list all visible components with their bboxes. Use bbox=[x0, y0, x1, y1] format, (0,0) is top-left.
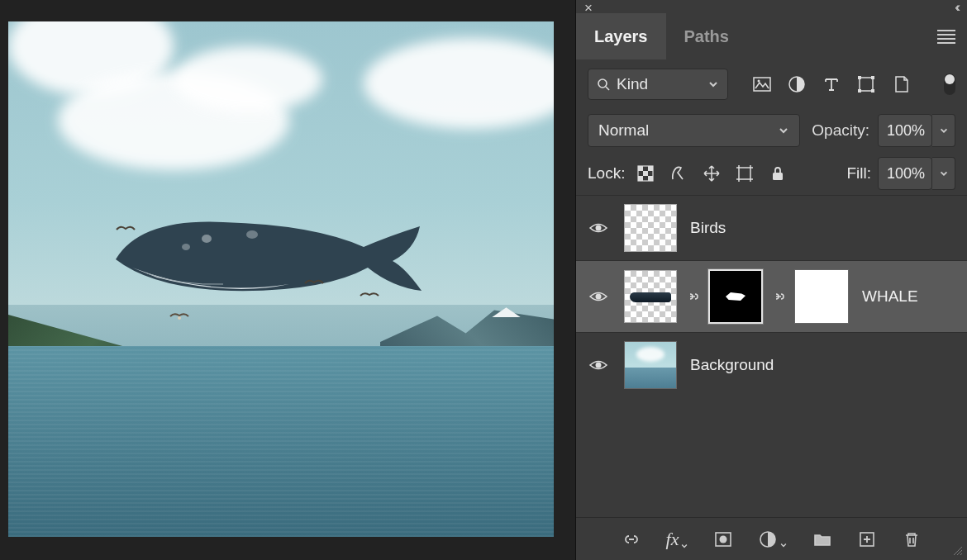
svg-point-2 bbox=[182, 244, 190, 250]
opacity-value-input[interactable]: 100% bbox=[878, 114, 932, 147]
fill-value-input[interactable]: 100% bbox=[878, 157, 932, 190]
canvas-whale bbox=[107, 202, 430, 317]
svg-point-23 bbox=[596, 294, 602, 300]
svg-point-22 bbox=[596, 225, 602, 231]
layer-mask-thumbnail[interactable] bbox=[708, 269, 763, 324]
lock-all-icon[interactable] bbox=[769, 164, 787, 183]
svg-rect-6 bbox=[754, 78, 770, 91]
chevron-down-icon bbox=[707, 78, 719, 90]
filter-kind-dropdown[interactable]: Kind bbox=[588, 69, 728, 100]
close-icon[interactable]: × bbox=[584, 0, 593, 17]
svg-point-24 bbox=[596, 363, 602, 368]
layer-thumbnail[interactable] bbox=[624, 341, 677, 389]
add-mask-icon[interactable] bbox=[713, 529, 733, 549]
svg-line-31 bbox=[960, 553, 962, 555]
svg-rect-17 bbox=[643, 171, 648, 176]
canvas-bird bbox=[304, 278, 324, 289]
delete-layer-icon[interactable] bbox=[902, 529, 922, 549]
svg-point-26 bbox=[720, 535, 727, 543]
filter-toggle-switch[interactable] bbox=[944, 74, 955, 95]
svg-point-7 bbox=[758, 80, 760, 83]
panel-tabs: Layers Paths bbox=[576, 13, 967, 59]
link-layers-icon[interactable] bbox=[622, 529, 641, 549]
layer-effects-button[interactable]: fx bbox=[666, 529, 689, 550]
new-group-icon[interactable] bbox=[812, 529, 832, 549]
svg-rect-10 bbox=[858, 76, 861, 79]
fill-dropdown-button[interactable] bbox=[932, 157, 955, 190]
layers-bottom-toolbar: fx bbox=[576, 517, 967, 560]
svg-rect-13 bbox=[871, 89, 874, 93]
layer-row-background[interactable]: Background bbox=[576, 332, 967, 397]
canvas-sea bbox=[8, 346, 554, 537]
lock-position-icon[interactable] bbox=[703, 164, 721, 183]
svg-rect-15 bbox=[638, 166, 643, 171]
chevron-down-icon bbox=[939, 168, 949, 178]
svg-rect-20 bbox=[739, 168, 750, 179]
canvas-bird bbox=[116, 224, 136, 235]
new-layer-icon[interactable] bbox=[857, 529, 877, 549]
blend-mode-value: Normal bbox=[598, 121, 649, 140]
visibility-toggle[interactable] bbox=[586, 287, 611, 306]
canvas-bird bbox=[360, 290, 379, 301]
link-icon[interactable] bbox=[771, 289, 786, 304]
panel-header-bar: × ‹‹ bbox=[576, 0, 967, 13]
link-icon[interactable] bbox=[685, 289, 700, 304]
chevron-down-icon bbox=[779, 541, 788, 549]
layers-list: Birds WHALE Backgr bbox=[576, 195, 967, 517]
blend-mode-row: Normal Opacity: 100% bbox=[576, 109, 967, 152]
filter-kind-label: Kind bbox=[617, 75, 648, 93]
chevron-down-icon bbox=[939, 126, 949, 135]
svg-line-5 bbox=[606, 87, 609, 90]
svg-rect-12 bbox=[858, 89, 861, 93]
svg-rect-9 bbox=[860, 78, 873, 91]
new-adjustment-layer-button[interactable] bbox=[758, 529, 788, 549]
layer-name[interactable]: WHALE bbox=[862, 287, 918, 306]
tab-layers[interactable]: Layers bbox=[576, 13, 666, 59]
opacity-dropdown-button[interactable] bbox=[932, 114, 955, 147]
svg-point-1 bbox=[246, 230, 258, 239]
svg-point-4 bbox=[598, 79, 607, 88]
filter-shape-icon[interactable] bbox=[857, 75, 875, 93]
layers-panel: × ‹‹ Layers Paths Kind bbox=[575, 0, 967, 560]
filter-type-icon[interactable] bbox=[822, 75, 841, 93]
layer-row-whale[interactable]: WHALE bbox=[576, 260, 967, 332]
lock-transparency-icon[interactable] bbox=[636, 164, 655, 183]
visibility-toggle[interactable] bbox=[586, 355, 611, 375]
chevron-down-icon bbox=[778, 125, 789, 136]
svg-rect-21 bbox=[773, 173, 783, 180]
resize-grip-icon[interactable] bbox=[951, 544, 963, 556]
layer-row-birds[interactable]: Birds bbox=[576, 195, 967, 260]
lock-label: Lock: bbox=[588, 164, 625, 183]
eye-icon bbox=[588, 218, 608, 238]
lock-image-icon[interactable] bbox=[669, 164, 688, 183]
tab-paths[interactable]: Paths bbox=[666, 13, 747, 59]
canvas-bird bbox=[169, 311, 189, 322]
layer-name[interactable]: Background bbox=[690, 356, 774, 374]
search-icon bbox=[597, 78, 610, 91]
filter-smartobject-icon[interactable] bbox=[892, 75, 910, 93]
collapse-panel-icon[interactable]: ‹‹ bbox=[955, 0, 957, 15]
svg-rect-18 bbox=[638, 176, 643, 181]
document-canvas[interactable] bbox=[8, 21, 554, 537]
blend-mode-dropdown[interactable]: Normal bbox=[588, 114, 800, 147]
opacity-label: Opacity: bbox=[812, 121, 869, 140]
lock-artboard-icon[interactable] bbox=[736, 164, 754, 183]
visibility-toggle[interactable] bbox=[586, 218, 611, 238]
canvas-area bbox=[0, 0, 575, 560]
layer-filter-row: Kind bbox=[576, 59, 967, 109]
filter-pixel-icon[interactable] bbox=[753, 75, 771, 93]
filter-mask-thumbnail[interactable] bbox=[794, 269, 849, 324]
svg-rect-11 bbox=[871, 76, 874, 79]
layer-thumbnail[interactable] bbox=[624, 204, 677, 252]
layer-thumbnail[interactable] bbox=[624, 270, 677, 323]
eye-icon bbox=[588, 287, 608, 306]
adjustment-icon bbox=[758, 529, 778, 549]
eye-icon bbox=[588, 355, 608, 375]
fill-label: Fill: bbox=[846, 164, 871, 183]
svg-point-3 bbox=[178, 316, 181, 320]
svg-point-0 bbox=[202, 235, 212, 243]
filter-adjustment-icon[interactable] bbox=[788, 75, 806, 93]
layer-name[interactable]: Birds bbox=[690, 219, 726, 237]
svg-rect-16 bbox=[648, 166, 653, 171]
panel-menu-icon[interactable] bbox=[937, 30, 955, 44]
